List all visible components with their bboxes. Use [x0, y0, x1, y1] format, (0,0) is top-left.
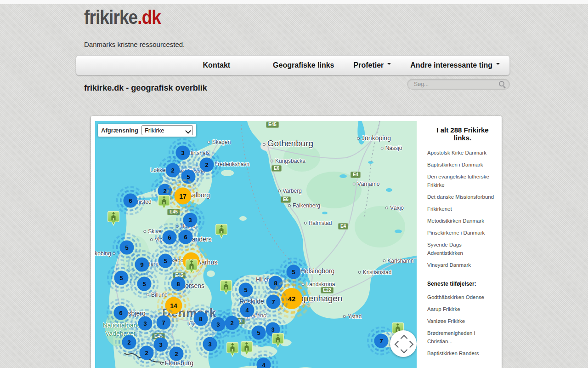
map-city-label: Karlshamn	[383, 258, 413, 264]
church-marker[interactable]	[272, 333, 284, 350]
search-input[interactable]	[413, 80, 498, 88]
cluster-count: 2	[140, 346, 154, 360]
pan-up-icon[interactable]	[401, 335, 408, 342]
sidebar-link[interactable]: Den evangeliske lutherske Frikirke	[427, 174, 489, 188]
sidebar-recent-links: Godthåbskirken OdenseAarup FrikirkeVanlø…	[427, 293, 498, 357]
search-icon[interactable]	[498, 80, 506, 88]
page-title: frikirke.dk - geografisk overblik	[84, 83, 207, 93]
map-city-label: Falkenberg	[288, 202, 320, 209]
cluster-count: 5	[252, 326, 266, 340]
church-icon	[220, 280, 232, 295]
list-item: Vanløse Frikirke	[427, 316, 498, 325]
sidebar-link[interactable]: Det danske Missionsforbund	[427, 194, 494, 200]
church-icon	[186, 259, 198, 275]
map-city-label: Värnamo	[353, 181, 380, 187]
sidebar-link[interactable]: Vineyard Danmark	[427, 262, 471, 268]
church-icon	[241, 341, 253, 356]
sidebar-link[interactable]: Metodistkirken Danmark	[427, 218, 484, 224]
list-item: Frikirkenet	[427, 204, 498, 213]
church-icon	[158, 195, 170, 210]
road-badge: E45	[266, 121, 279, 128]
nav-item[interactable]: Andre interessante ting	[401, 61, 509, 69]
cluster-count: 5	[239, 283, 253, 297]
sidebar-link[interactable]: Vanløse Frikirke	[427, 318, 465, 324]
church-marker[interactable]	[186, 259, 198, 276]
logo-suffix: .dk	[137, 6, 161, 28]
church-marker[interactable]	[215, 224, 228, 241]
church-marker[interactable]	[241, 341, 253, 358]
nav-item-label: Profetier	[354, 61, 384, 69]
cluster-count: 7	[374, 334, 389, 348]
road-badge: E6	[271, 165, 282, 172]
cluster-count: 2	[200, 158, 214, 172]
map-filter-control: Afgrænsning Frikirke	[98, 124, 196, 137]
list-item: Den evangeliske lutherske Frikirke	[427, 172, 498, 189]
cluster-count: 5	[137, 277, 152, 291]
pan-left-icon[interactable]	[395, 341, 402, 348]
map-city-label: Kungsbacka	[271, 158, 305, 164]
church-icon	[215, 224, 228, 239]
cluster-count: 7	[266, 295, 281, 309]
filter-select[interactable]: Frikirke	[141, 125, 193, 135]
cluster-count: 5	[120, 241, 134, 255]
sidebar-link[interactable]: Apostolsk Kirke Danmark	[427, 150, 486, 155]
sidebar-link[interactable]: Baptistkirken Randers	[427, 351, 479, 356]
map-city-label: Varberg	[278, 188, 302, 194]
search-box[interactable]	[407, 79, 510, 90]
sidebar-link[interactable]: Aarup Frikirke	[427, 306, 460, 312]
cluster-count: 5	[287, 265, 301, 279]
page: { "header": { "logo_main": "frikirke", "…	[0, 0, 588, 368]
map-city-label: Halmstad	[304, 220, 332, 226]
content-card: SkagenHirtshalsFrederikshavnLøkkenVendsy…	[91, 116, 502, 368]
map-city-label: Nässjö	[381, 145, 402, 151]
pan-right-icon[interactable]	[407, 341, 414, 348]
nav-item-label: Geografiske links	[273, 61, 334, 69]
sidebar-link[interactable]: Pinsekirkerne i Danmark	[427, 230, 485, 236]
list-item: Apostolsk Kirke Danmark	[427, 148, 498, 156]
cluster-count: 6	[179, 230, 193, 244]
sidebar-link[interactable]: Frikirkenet	[427, 206, 452, 212]
church-icon	[226, 342, 239, 357]
list-item: Det danske Missionsforbund	[427, 192, 498, 201]
map-city-label: Växjö	[385, 205, 404, 211]
cluster-count: 5	[158, 254, 173, 268]
chevron-down-icon	[387, 63, 391, 67]
church-marker[interactable]	[226, 342, 239, 359]
list-item: Metodistkirken Danmark	[427, 216, 498, 224]
road-badge: E4	[338, 223, 348, 230]
map-city-label: Gothenburg	[263, 138, 313, 149]
sidebar-link[interactable]: Syvende Dags Adventistkirken	[427, 242, 463, 256]
sidebar-link[interactable]: Brødremenigheden i Christian...	[427, 330, 475, 344]
sidebar-link[interactable]: Godthåbskirken Odense	[427, 294, 484, 300]
map-city-label: Skagen	[208, 139, 231, 145]
cluster-count: 6	[124, 194, 138, 208]
main-nav: Kontakt Geografiske linksProfetierAndre …	[76, 55, 510, 75]
cluster-count: 4	[257, 358, 271, 368]
list-item: Baptistkirken Randers	[427, 349, 498, 357]
road-badge: E6	[281, 196, 291, 203]
logo-main: frikirke	[84, 6, 137, 28]
sidebar-links: Apostolsk Kirke DanmarkBaptistkirken i D…	[427, 148, 498, 269]
pan-down-icon[interactable]	[401, 346, 408, 354]
chevron-down-icon	[496, 63, 500, 67]
cluster-count: 4	[240, 303, 254, 317]
cluster-count: 2	[170, 347, 184, 361]
nav-item[interactable]: Geografiske links	[263, 61, 344, 69]
nav-item[interactable]: Profetier	[344, 61, 401, 69]
map-city-label: Ystad	[343, 313, 362, 320]
sidebar-link[interactable]: Baptistkirken i Danmark	[427, 162, 483, 167]
church-marker[interactable]	[220, 280, 232, 297]
cluster-count: 17	[175, 188, 192, 205]
list-item: Syvende Dags Adventistkirken	[427, 240, 498, 257]
cluster-count: 3	[203, 337, 217, 351]
nav-item-kontakt[interactable]: Kontakt	[203, 61, 231, 69]
pan-control[interactable]	[390, 330, 417, 357]
church-marker[interactable]	[158, 195, 170, 212]
church-icon	[107, 211, 120, 226]
list-item: Vineyard Danmark	[427, 260, 498, 269]
site-tagline: Danmarks kristne ressourcested.	[84, 40, 185, 48]
church-icon	[272, 333, 284, 348]
site-logo[interactable]: frikirke.dk	[84, 6, 161, 29]
church-marker[interactable]	[107, 211, 120, 228]
map-canvas[interactable]: SkagenHirtshalsFrederikshavnLøkkenVendsy…	[95, 121, 417, 368]
